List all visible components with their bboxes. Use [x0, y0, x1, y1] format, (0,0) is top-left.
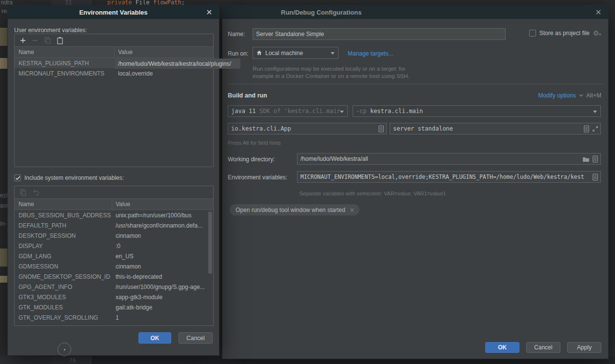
jre-description: SDK of 'kestra.cli.mair	[256, 108, 340, 115]
table-row[interactable]: GPG_AGENT_INFO/run/user/1000/gnupg/S.gpg…	[15, 282, 213, 292]
var-value: this-is-deprecated	[112, 273, 213, 280]
table-row[interactable]: GDM_LANGen_US	[15, 251, 213, 261]
table-row[interactable]: GTK_MODULESgail:atk-bridge	[15, 302, 213, 312]
var-name: DEFAULTS_PATH	[15, 222, 112, 229]
var-name: GNOME_DESKTOP_SESSION_ID	[15, 273, 112, 280]
chevron-down-icon	[593, 110, 597, 114]
environment-variables-label: Environment variables:	[228, 174, 287, 181]
var-value: /run/user/1000/gnupg/S.gpg-age...	[112, 284, 213, 290]
run-on-description: Run configurations may be executed local…	[253, 65, 410, 80]
program-arguments-input[interactable]: server standalone	[390, 123, 601, 134]
user-env-vars-table: Name Value KESTRA_PLUGINS_PATH MICRONAUT…	[14, 34, 214, 167]
manage-targets-link[interactable]: Manage targets...	[348, 50, 393, 57]
classpath-module-dropdown[interactable]: -cp kestra.cli.main	[353, 105, 601, 117]
var-value: unix:path=/run/user/1000/bus	[112, 212, 213, 219]
store-as-project-file-checkbox[interactable]	[529, 30, 536, 37]
cancel-button[interactable]: Cancel	[526, 342, 560, 353]
run-on-label: Run on:	[228, 50, 248, 57]
build-and-run-header: Build and run	[228, 92, 267, 99]
working-directory-value: /home/ludo/Web/kestra/all	[300, 155, 368, 162]
environment-variables-dialog: Environment Variables User environment v…	[7, 5, 219, 356]
sidebar-strip	[0, 276, 8, 283]
expanded-cell-value: /home/ludo/Web/kestra/kestra/local/plugi…	[115, 58, 240, 69]
background-fragment: ast	[0, 202, 8, 209]
table-row[interactable]: DBUS_SESSION_BUS_ADDRESSunix:path=/run/u…	[15, 210, 213, 220]
copy-icon[interactable]	[44, 37, 51, 44]
folder-icon[interactable]	[582, 156, 590, 162]
table-row[interactable]: DISPLAY:0	[15, 241, 213, 251]
run-debug-configurations-dialog: Run/Debug Configurations Name: Server St…	[222, 5, 609, 359]
column-header-value: Value	[114, 47, 213, 57]
vertical-scrollbar[interactable]	[208, 211, 212, 274]
table-row[interactable]: DEFAULTS_PATH/usr/share/gconf/cinnamon.d…	[15, 220, 213, 230]
name-label: Name:	[228, 31, 245, 38]
var-value: xapp-gtk3-module	[112, 294, 213, 301]
close-icon[interactable]	[205, 8, 213, 16]
run-dialog-titlebar[interactable]: Run/Debug Configurations	[222, 5, 608, 19]
paste-icon[interactable]	[57, 37, 63, 44]
copy-icon[interactable]	[20, 189, 27, 196]
modify-options-link[interactable]: Modify options	[538, 92, 576, 99]
program-arguments-value: server standalone	[393, 125, 453, 132]
table-row[interactable]: GDMSESSIONcinnamon	[15, 261, 213, 271]
table-row[interactable]: MICRONAUT_ENVIRONMENTS local,override	[15, 68, 213, 78]
var-name: GTK_MODULES	[15, 304, 112, 311]
var-name: GTK_OVERLAY_SCROLLING	[15, 314, 112, 321]
var-value: local,override	[114, 70, 213, 77]
var-value: 1	[112, 314, 213, 321]
close-icon[interactable]	[595, 8, 602, 16]
cancel-button[interactable]: Cancel	[179, 332, 213, 344]
expand-field-icon[interactable]	[378, 125, 384, 133]
table-row[interactable]: GNOME_DESKTOP_SESSION_IDthis-is-deprecat…	[15, 271, 213, 282]
sidebar-strip	[0, 249, 8, 267]
working-directory-input[interactable]: /home/ludo/Web/kestra/all	[297, 153, 601, 165]
column-header-value: Value	[112, 199, 213, 210]
var-name: GDMSESSION	[15, 263, 112, 270]
store-as-project-file-label: Store as project file	[539, 30, 590, 37]
working-directory-label: Working directory:	[228, 156, 275, 163]
var-name: GPG_AGENT_INFO	[15, 284, 112, 290]
apply-button[interactable]: Apply	[567, 342, 601, 353]
main-class-input[interactable]: io.kestra.cli.App	[228, 123, 387, 134]
run-dialog-title: Run/Debug Configurations	[281, 9, 361, 16]
jre-value: java 11	[231, 108, 256, 115]
var-value: cinnamon	[112, 263, 213, 270]
expand-field-icon[interactable]	[592, 173, 598, 181]
revert-icon[interactable]	[32, 189, 40, 196]
var-name: KESTRA_PLUGINS_PATH	[15, 60, 114, 67]
configuration-name-input[interactable]: Server Standalone Simple	[253, 28, 506, 40]
background-fragment: in-	[0, 220, 6, 227]
ok-button[interactable]: OK	[485, 342, 519, 353]
line-number: 76	[63, 357, 76, 364]
var-value: cinnamon	[112, 232, 213, 239]
env-dialog-titlebar[interactable]: Environment Variables	[8, 5, 219, 19]
table-row[interactable]: GTK_OVERLAY_SCROLLING1	[15, 312, 213, 323]
jre-dropdown[interactable]: java 11 SDK of 'kestra.cli.mair	[228, 105, 348, 117]
gutter-circle-indicator	[58, 343, 71, 356]
remove-icon[interactable]	[32, 37, 39, 44]
editor-bottom-left	[0, 356, 51, 364]
run-on-value: Local machine	[265, 50, 303, 57]
background-fragment: ezi	[0, 192, 7, 199]
chevron-down-icon	[330, 52, 335, 55]
add-icon[interactable]	[20, 37, 26, 44]
expand-arrows-icon[interactable]	[592, 126, 598, 132]
user-env-vars-label: User environment variables:	[14, 27, 87, 34]
table-row[interactable]: DESKTOP_SESSIONcinnamon	[15, 230, 213, 241]
environment-variables-input[interactable]: MICRONAUT_ENVIRONMENTS=local,override;KE…	[297, 171, 601, 183]
open-tool-window-chip[interactable]: Open run/debug tool window when started	[230, 204, 359, 215]
chevron-down-icon	[579, 94, 583, 97]
run-on-dropdown[interactable]: Local machine	[253, 47, 338, 59]
ok-button[interactable]: OK	[139, 332, 171, 344]
expand-field-icon[interactable]	[592, 155, 598, 163]
close-icon[interactable]	[350, 208, 355, 212]
main-class-value: io.kestra.cli.App	[231, 125, 291, 132]
gear-icon[interactable]: ⚙▾	[593, 30, 601, 37]
modify-options-shortcut: Alt+M	[586, 92, 601, 99]
expand-field-icon[interactable]	[583, 125, 590, 133]
var-name: DBUS_SESSION_BUS_ADDRESS	[15, 212, 112, 219]
include-system-env-checkbox[interactable]	[14, 174, 21, 181]
column-header-name: Name	[15, 49, 114, 56]
table-row[interactable]: GTK3_MODULESxapp-gtk3-module	[15, 292, 213, 302]
var-value: :0	[112, 243, 213, 249]
